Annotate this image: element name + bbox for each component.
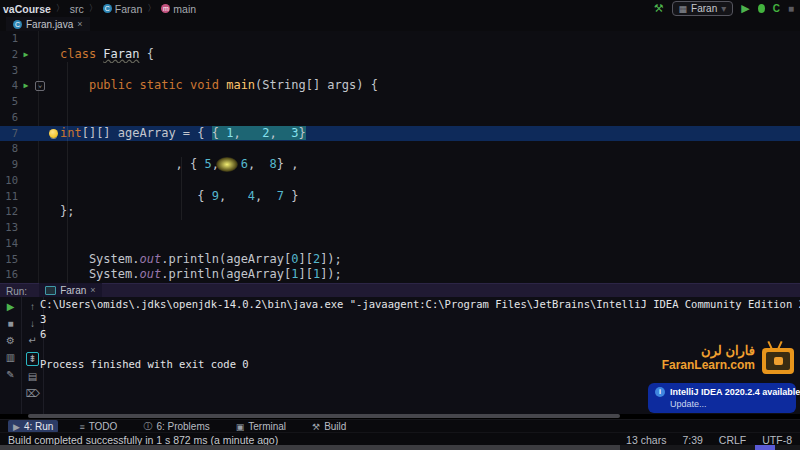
status-widget-13-chars[interactable]: 13 chars [626,434,666,446]
code-token: { [139,47,153,61]
code-token: { [212,126,226,140]
code-line[interactable]: 2▶class Faran { [0,47,800,63]
print-icon[interactable]: ▤ [28,371,37,383]
tab-title: Faran.java [26,19,73,30]
gutter-spacer [34,141,46,157]
down-stacktrace-icon[interactable]: ↓ [30,318,35,330]
update-notification[interactable]: i IntelliJ IDEA 2020.2.4 available Updat… [648,383,796,413]
code-line[interactable]: 12}; [0,204,800,220]
toolwindow-button-label: 4: Run [24,421,53,432]
code-token: , [255,189,277,203]
gutter-spacer [18,204,34,220]
run-settings-icon[interactable]: ⚙ [6,335,15,347]
run-button[interactable]: ▶ [741,3,749,14]
rerun-button[interactable]: ▶ [7,301,15,313]
run-configuration-select[interactable]: ▦ Faran ▾ [672,1,734,16]
dump-threads-icon[interactable]: ▥ [6,352,15,364]
console-horizontal-scrollbar[interactable] [28,414,620,418]
run-gutter-icon[interactable]: ▶ [18,78,34,94]
fold-icon[interactable]: ⌄ [34,78,46,94]
code-line[interactable]: 13 [0,220,800,236]
chevron-down-icon: ▾ [721,3,726,14]
code-line[interactable]: 1 [0,31,800,47]
run-tab-title: Faran [60,285,86,296]
code-token: { [60,189,212,203]
gutter-spacer [34,236,46,252]
breadcrumb-item-src[interactable]: src [70,3,84,15]
gutter-spacer [18,63,34,79]
stop-button-top[interactable]: ■ [788,3,794,14]
watermark-site: FaranLearn.com [662,358,755,373]
scroll-to-end-icon[interactable]: ⇟ [26,352,38,366]
breadcrumb: vaCourse〉src〉CFaran〉mmain [0,2,196,15]
bottom-strip [0,445,800,450]
soft-wrap-icon[interactable]: ↵ [28,335,36,347]
breadcrumb-separator: 〉 [89,2,98,15]
run-tab-close-icon[interactable]: × [90,285,95,295]
toolwindow-button-label: Terminal [248,421,286,432]
code-line[interactable]: 8 [0,141,800,157]
code-line[interactable]: 16 System.out.println(ageArray[1][1]); [0,267,800,283]
gutter-spacer [34,94,46,110]
run-toolwindow-label: Run: [0,286,39,297]
code-line[interactable]: 5 [0,94,800,110]
code-line[interactable]: 10 [0,173,800,189]
code-line[interactable]: 14 [0,236,800,252]
code-token: 2 [262,126,269,140]
clear-console-icon[interactable]: ⌦ [25,388,39,400]
notification-title: IntelliJ IDEA 2020.2.4 available [670,387,800,397]
run-gutter-icon[interactable]: ▶ [18,47,34,63]
stop-button[interactable]: ■ [7,318,13,330]
todo-icon: ≡ [79,422,84,432]
code-line[interactable]: 15 System.out.println(ageArray[0][2]); [0,252,800,268]
gutter-spacer [34,267,46,283]
status-widget-utf-8[interactable]: UTF-8 [762,434,792,446]
update-link[interactable]: Update... [670,399,789,409]
code-token: , { [60,157,205,171]
gutter-spacer [18,173,34,189]
gutter-spacer [34,110,46,126]
breadcrumb-item-main[interactable]: mmain [161,3,196,15]
terminal-icon: ▣ [236,422,245,432]
gutter-spacer [34,204,46,220]
debug-button[interactable] [758,4,765,13]
run-toolwindow-header: Run: Faran × [0,283,800,298]
code-line[interactable]: 6 [0,110,800,126]
intention-bulb-icon[interactable] [46,126,60,142]
status-bar: Build completed successfully in 1 s 872 … [0,432,800,446]
code-line[interactable]: 9 , { 5, 6, 8} , [0,157,800,173]
bulb-icon [49,129,58,138]
run-configuration-name: Faran [691,3,717,14]
line-number: 15 [0,252,18,268]
line-number: 5 [0,94,18,110]
coverage-button[interactable]: C [773,3,780,14]
code-line[interactable]: 11 { 9, 4, 7 } [0,189,800,205]
code-token: , [212,157,241,171]
gutter-spacer [34,47,46,63]
fold-box-icon: ⌄ [35,81,45,91]
code-editor[interactable]: 12▶class Faran {34▶⌄ public static void … [0,31,800,283]
gutter-spacer [18,126,34,142]
gutter-spacer [18,157,34,173]
code-token: 4 [248,189,255,203]
build-hammer-icon[interactable]: ⚒ [654,3,664,14]
status-message: Build completed successfully in 1 s 872 … [0,434,278,446]
breadcrumb-item-faran[interactable]: CFaran [103,3,142,15]
gutter-spacer [46,78,60,94]
code-token: 7 [277,189,284,203]
code-line[interactable]: 3 [0,63,800,79]
pin-edit-icon[interactable]: ✎ [6,369,14,381]
code-line[interactable]: 4▶⌄ public static void main(String[] arg… [0,78,800,94]
status-widget-7-39[interactable]: 7:39 [682,434,702,446]
code-token: main [226,78,255,92]
gutter-spacer [18,189,34,205]
gutter-spacer [34,173,46,189]
up-stacktrace-icon[interactable]: ↑ [30,301,35,313]
breadcrumb-item-vacourse[interactable]: vaCourse [3,3,51,15]
close-icon[interactable]: × [77,19,82,29]
code-token: ]); [320,267,342,281]
console-line: C:\Users\omids\.jdks\openjdk-14.0.2\bin\… [40,297,800,312]
code-line[interactable]: 7int[][] ageArray = { { 1, 2, 3} [0,126,800,142]
code-token: out [139,267,161,281]
status-widget-crlf[interactable]: CRLF [719,434,746,446]
